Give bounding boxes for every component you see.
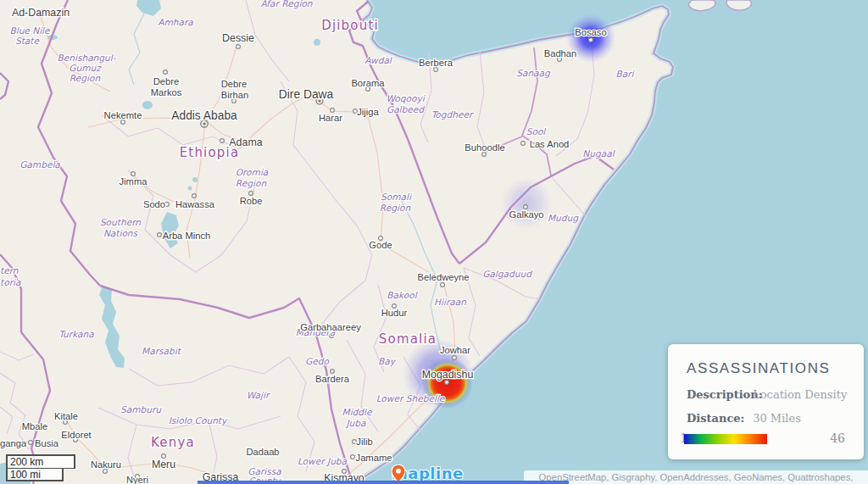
region-label-gedo: Gedo — [305, 356, 329, 366]
city-label-beledweyne: Beledweyne — [418, 272, 470, 282]
city-label-hudur: Hudur — [381, 308, 408, 318]
region-label-southern-nations-1: Southern — [100, 217, 141, 227]
region-label-bay: Bay — [378, 356, 397, 367]
city-label-busia: Busia — [35, 438, 59, 448]
city-label-ganga-cut: ganga — [0, 438, 27, 448]
region-label-benishangul-3: Region — [70, 73, 101, 84]
scale-mi: 100 mi — [6, 469, 64, 481]
scale-mi-label: 100 mi — [10, 469, 41, 481]
city-label-mbale: Mbale — [22, 421, 47, 431]
region-label-middle-juba-1: Middle — [342, 407, 373, 417]
region-label-gambela: Gambela — [19, 159, 60, 170]
city-label-gode: Gode — [369, 240, 392, 250]
region-label-nugaal: Nugaal — [582, 148, 615, 159]
region-label-samburu: Samburu — [120, 404, 162, 414]
heat-galkayo — [500, 177, 553, 230]
region-label-togdheer: Togdheer — [431, 109, 474, 120]
region-label-woqooyi-2: Galbeed — [387, 104, 425, 114]
scale-km: 200 km — [6, 454, 75, 469]
city-label-kitale: Kitale — [54, 411, 78, 421]
city-label-bosaso: Bosaso — [575, 27, 606, 37]
city-label-addis-ababa: Addis Ababa — [171, 109, 237, 122]
region-label-hiiraan: Hiiraan — [434, 297, 466, 307]
scale-km-label: 200 km — [10, 456, 43, 468]
legend-distance-row: Distance: 30 Miles — [687, 412, 864, 425]
region-label-woqooyi-1: Woqooyi — [386, 93, 425, 104]
legend-scale: 1 46 — [668, 430, 864, 448]
mapline-logo[interactable]: mapline — [392, 465, 464, 482]
legend-gradient-bar — [684, 434, 767, 444]
map-screenshot: Afar Region Amhara Blue Nile State Benis… — [0, 0, 868, 484]
city-label-garbahaareey: Garbahaareey — [300, 322, 361, 332]
region-label-lower-juba: Lower Juba — [298, 456, 348, 467]
region-label-bakool: Bakool — [387, 290, 417, 300]
region-label-marsabit: Marsabit — [142, 346, 182, 356]
region-label-amhara: Amhara — [158, 17, 193, 27]
bottom-blue-bar — [198, 481, 569, 484]
city-label-ad-damazin: Ad-Damazin — [12, 7, 70, 19]
city-label-dadaab: Dadaab — [246, 447, 279, 457]
region-label-oromia-1: Oromia — [236, 167, 269, 177]
region-label-isiolo-county: Isiolo County — [169, 415, 228, 426]
city-label-galkayo: Galkayo — [509, 209, 543, 220]
city-label-meru: Meru — [152, 459, 175, 470]
mapline-pin-icon — [392, 465, 405, 482]
city-label-jijiga: Jijiga — [357, 107, 379, 117]
city-label-hawassa: Hawassa — [175, 199, 215, 209]
city-label-mogadishu: Mogadishu — [422, 369, 474, 381]
legend-description-row: Description: Location Density — [687, 388, 864, 401]
region-label-bari: Bari — [615, 69, 634, 79]
city-label-jamame: Jamame — [356, 453, 392, 463]
city-label-jimma: Jimma — [120, 176, 148, 186]
country-label-somalia: Somalia — [379, 331, 437, 347]
city-label-dessie: Dessie — [222, 32, 254, 44]
region-label-awdal: Awdal — [364, 55, 392, 65]
city-label-arba-minch: Arba Minch — [163, 231, 211, 241]
city-label-nakuru: Nakuru — [91, 459, 121, 470]
country-label-djibouti: Djibouti — [321, 18, 379, 33]
legend-card: ASSASSINATIONS Description: Location Den… — [668, 344, 864, 459]
city-label-berbera: Berbera — [419, 58, 453, 68]
region-label-afar: Afar Region — [260, 0, 312, 9]
city-label-debre-markos-2: Markos — [151, 87, 182, 97]
legend-description-label: Description: — [687, 388, 749, 401]
country-label-ethiopia: Ethiopia — [180, 145, 240, 160]
city-label-borama: Borama — [351, 78, 385, 88]
city-label-robe: Robe — [240, 196, 263, 206]
country-label-kenya: Kenya — [151, 435, 195, 450]
city-label-debre-birhan-2: Birhan — [221, 90, 248, 100]
legend-scale-max: 46 — [830, 431, 845, 445]
city-label-nyeri: Nyeri — [126, 475, 148, 484]
region-label-benishangul-2: Gumuz — [69, 63, 102, 73]
city-label-jowhar: Jowhar — [440, 345, 470, 355]
region-label-somali-region-1: Somali — [381, 192, 412, 202]
region-label-turkana: Turkana — [58, 329, 94, 339]
region-label-sanaag: Sanaag — [516, 68, 551, 79]
city-label-debre-birhan-1: Debre — [221, 79, 247, 89]
region-label-middle-juba-2: Juba — [344, 418, 366, 429]
region-label-lower-shebelle: Lower Shebelle — [376, 393, 446, 403]
city-label-jilib: Jilib — [356, 437, 372, 447]
region-label-e-equatoria-2: toria — [0, 277, 21, 287]
city-label-debre-markos-1: Debre — [153, 76, 179, 86]
region-label-southern-nations-2: Nations — [103, 228, 139, 238]
legend-distance-value: 30 Miles — [753, 412, 801, 425]
region-label-sool: Sool — [526, 126, 547, 136]
city-label-eldoret: Eldoret — [61, 430, 92, 440]
region-label-mudug: Mudug — [548, 213, 579, 224]
region-label-wajir: Wajir — [247, 390, 270, 401]
city-label-sodo: Sodo — [143, 199, 165, 209]
scale-bar: 200 km 100 mi — [6, 454, 75, 481]
map-attribution: OpenStreetMap, Gisgraphy, OpenAddresses,… — [524, 470, 868, 484]
city-label-harar: Harar — [319, 113, 342, 123]
city-label-las-anod: Las Anod — [530, 139, 570, 149]
city-label-bardera: Bardera — [315, 374, 350, 384]
region-label-blue-nile-1: Blue Nile — [9, 25, 51, 36]
city-label-badhan: Badhan — [544, 48, 577, 58]
region-label-blue-nile-2: State — [15, 36, 41, 46]
region-label-somali-region-2: Region — [380, 203, 411, 214]
legend-distance-label: Distance: — [687, 412, 749, 425]
region-label-galgaduud: Galgaduud — [482, 269, 532, 280]
city-label-nekemte: Nekemte — [104, 110, 142, 120]
region-label-e-equatoria-1: tern — [0, 265, 19, 275]
